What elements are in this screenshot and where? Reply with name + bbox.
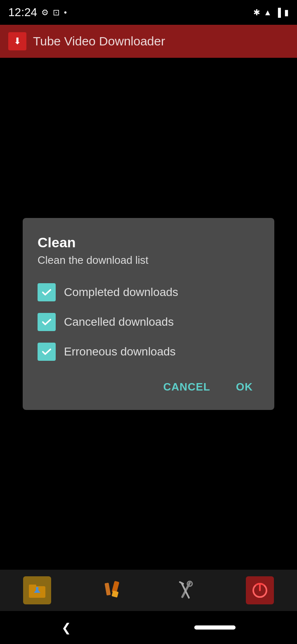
downloads-nav-icon (23, 576, 51, 604)
cancelled-downloads-label: Cancelled downloads (64, 315, 174, 329)
cancel-button[interactable]: CANCEL (157, 376, 217, 398)
clean-nav-icon (97, 576, 125, 604)
status-bar: 12:24 ⚙ ⊡ • ✱ ▲ ▐ ▮ (0, 0, 297, 25)
download-arrow-icon: ⬇ (14, 36, 21, 47)
nav-item-clean[interactable] (95, 574, 128, 607)
folder-download-icon (28, 581, 46, 599)
home-indicator[interactable] (194, 625, 236, 630)
cancelled-downloads-row[interactable]: Cancelled downloads (38, 313, 259, 331)
settings-nav-icon (172, 576, 200, 604)
bottom-nav (0, 570, 297, 611)
svg-rect-6 (104, 582, 111, 595)
erroneous-downloads-row[interactable]: Erroneous downloads (38, 343, 259, 361)
power-nav-icon (246, 576, 274, 604)
dialog-overlay: Clean Clean the download list Completed … (0, 58, 297, 570)
main-content: Clean Clean the download list Completed … (0, 58, 297, 570)
clean-dialog: Clean Clean the download list Completed … (23, 218, 274, 410)
check-icon (41, 286, 52, 298)
cancelled-checkbox[interactable] (38, 313, 56, 331)
dialog-subtitle: Clean the download list (38, 254, 259, 267)
app-bar: ⬇ Tube Video Downloader (0, 25, 297, 58)
settings-status-icon: ⚙ (41, 7, 49, 17)
completed-downloads-label: Completed downloads (64, 286, 178, 299)
check-icon (41, 316, 52, 328)
tools-icon (175, 580, 196, 601)
nav-item-downloads[interactable] (21, 574, 54, 607)
cast-status-icon: ⊡ (53, 7, 60, 17)
bluetooth-icon: ✱ (253, 7, 260, 17)
erroneous-downloads-label: Erroneous downloads (64, 345, 176, 358)
erroneous-checkbox[interactable] (38, 343, 56, 361)
brush-icon (101, 580, 122, 601)
battery-icon: ▮ (284, 7, 289, 17)
status-left: 12:24 ⚙ ⊡ • (8, 6, 67, 19)
back-button[interactable]: ❮ (61, 621, 71, 635)
status-right: ✱ ▲ ▐ ▮ (253, 7, 289, 17)
svg-line-10 (180, 582, 183, 584)
svg-rect-1 (29, 585, 36, 588)
completed-downloads-row[interactable]: Completed downloads (38, 283, 259, 301)
nav-item-power[interactable] (243, 574, 276, 607)
dot-indicator: • (64, 8, 67, 17)
dialog-title: Clean (38, 234, 259, 251)
app-title: Tube Video Downloader (33, 34, 165, 48)
completed-checkbox[interactable] (38, 283, 56, 301)
dialog-actions: CANCEL OK (38, 372, 259, 398)
system-nav-bar: ❮ (0, 611, 297, 644)
ok-button[interactable]: OK (229, 376, 259, 398)
wifi-icon: ▲ (264, 8, 272, 17)
nav-item-settings[interactable] (169, 574, 202, 607)
svg-rect-3 (36, 587, 38, 593)
power-icon (251, 581, 269, 599)
status-time: 12:24 (8, 6, 37, 19)
check-icon (41, 346, 52, 358)
signal-icon: ▐ (275, 8, 281, 17)
app-logo: ⬇ (8, 32, 26, 50)
